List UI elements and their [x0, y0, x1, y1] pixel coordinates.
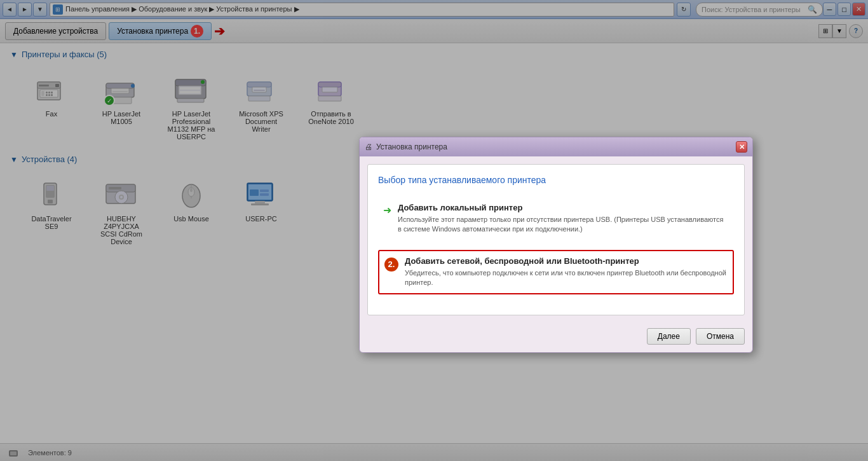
network-printer-title: Добавить сетевой, беспроводной или Bluet… [405, 256, 728, 266]
install-printer-dialog: 🖨 Установка принтера ✕ Выбор типа устана… [359, 137, 753, 353]
local-printer-title: Добавить локальный принтер [398, 203, 729, 212]
local-printer-arrow-icon: ➜ [383, 204, 391, 216]
network-printer-desc: Убедитесь, что компьютер подключен к сет… [405, 268, 728, 288]
local-printer-desc: Используйте этот параметр только при отс… [398, 215, 729, 235]
dialog-title-text: Установка принтера [376, 142, 447, 151]
step2-badge: 2. [384, 258, 398, 272]
dialog-question-text: Выбор типа устанавливаемого принтера [378, 175, 734, 185]
dialog-close-button[interactable]: ✕ [736, 141, 747, 153]
cancel-button[interactable]: Отмена [696, 328, 745, 345]
dialog-body: Выбор типа устанавливаемого принтера ➜ Д… [367, 164, 745, 315]
dialog-titlebar: 🖨 Установка принтера ✕ [360, 137, 752, 156]
local-printer-text: Добавить локальный принтер Используйте э… [398, 203, 729, 235]
local-printer-option[interactable]: ➜ Добавить локальный принтер Используйте… [378, 198, 734, 240]
dialog-footer: Далее Отмена [360, 323, 752, 352]
dialog-title-left: 🖨 Установка принтера [365, 142, 447, 151]
dialog-printer-icon: 🖨 [365, 142, 372, 151]
network-printer-text: Добавить сетевой, беспроводной или Bluet… [405, 256, 728, 288]
next-button[interactable]: Далее [647, 328, 691, 345]
dialog-overlay: 🖨 Установка принтера ✕ Выбор типа устана… [0, 0, 868, 461]
network-printer-option[interactable]: 2. Добавить сетевой, беспроводной или Bl… [378, 250, 734, 294]
